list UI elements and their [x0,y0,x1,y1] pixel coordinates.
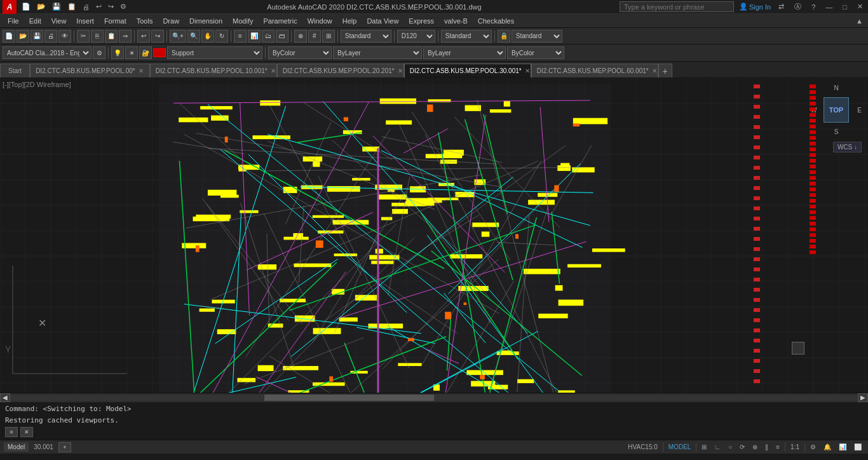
hscroll-thumb[interactable] [264,395,434,401]
plot-tool[interactable]: 🖨 [44,30,57,43]
command-clear-btn[interactable]: ✕ [20,427,33,437]
close-button[interactable]: ✕ [855,3,865,11]
add-tab-button[interactable]: + [658,64,672,78]
menu-help[interactable]: Help [337,14,362,28]
zoom-all-tool[interactable]: 🔍 [187,30,200,43]
plotpreview-tool[interactable]: 👁 [58,30,71,43]
command-expand-btn[interactable]: ≡ [5,427,18,437]
sheet-number[interactable]: 30.001 [31,441,56,454]
style-select[interactable]: Standard [341,30,391,43]
sun-btn[interactable]: ☀ [125,46,138,59]
drawing-canvas[interactable] [0,78,868,393]
tab-0[interactable]: DI2.CTC.ASB.KUS.MEP.POOL.00* ✕ [30,64,150,78]
tab-2-close[interactable]: ✕ [397,67,403,74]
model-btn[interactable]: MODEL [666,441,694,454]
cube-top[interactable]: TOP [824,97,849,123]
linetype-combo[interactable]: ByLayer [333,46,422,59]
menu-parametric[interactable]: Parametric [258,14,302,28]
layer-combo[interactable]: Support [167,46,262,59]
canvas-area[interactable]: [-][Top][2D Wireframe] N S E W TOP WCS ↓… [0,78,868,393]
layer-tool[interactable]: ≡ [234,30,247,43]
print-button[interactable]: 🖨 [80,3,92,11]
menu-file[interactable]: File [3,14,24,28]
menu-tools[interactable]: Tools [132,14,158,28]
ducs-btn[interactable]: ≡ [773,441,782,454]
cut-tool[interactable]: ✂ [77,30,90,43]
help-icon[interactable]: ? [809,3,818,11]
lineweight-combo[interactable]: ByLayer [423,46,506,59]
menu-express[interactable]: Express [403,14,439,28]
search-input[interactable] [620,1,734,12]
settings-btn[interactable]: ⚙ [808,441,818,454]
ortho-btn[interactable]: ○ [726,441,735,454]
dim-style-select[interactable]: D120 [397,30,435,43]
tab-3-close[interactable]: ✕ [524,67,531,74]
copy-tool[interactable]: ⎘ [91,30,104,43]
sign-in-button[interactable]: 👤 Sign In [739,3,771,11]
zoom-level[interactable]: 1:1 [788,441,802,454]
workspace-settings-btn[interactable]: ⚙ [93,46,105,59]
workspace-button[interactable]: ⚙ [118,3,129,11]
save-button[interactable]: 💾 [50,3,64,11]
props-tool[interactable]: 📊 [248,30,261,43]
restore-button[interactable]: □ [840,3,850,11]
menu-draw[interactable]: Draw [158,14,184,28]
tab-4[interactable]: DI2.CTC.ASB.KUS.MEP.POOL.60.001* ✕ [531,64,658,78]
menu-checkables[interactable]: Checkables [473,14,519,28]
hscroll-track[interactable] [10,395,858,401]
hvac-status[interactable]: HVAC15:0 [625,441,660,454]
hscroll-left[interactable]: ◀ [0,393,10,402]
zoom-win-tool[interactable]: 🔍+ [170,30,186,43]
hscroll[interactable]: ◀ ▶ [0,393,868,402]
otrack-btn[interactable]: ∥ [763,441,771,454]
matchprop-tool[interactable]: ⇒ [119,30,132,43]
menu-dimension[interactable]: Dimension [184,14,227,28]
tab-1[interactable]: DI2.CTC.ASB.KUS.MEP.POOL.10.001* ✕ [150,64,277,78]
new-button[interactable]: 📄 [19,3,33,11]
workspace-btn[interactable]: 📊 [836,441,849,454]
grid-tool[interactable]: # [308,30,321,43]
model-tab[interactable]: Model [4,442,29,452]
command-input[interactable] [36,428,863,436]
redo-tool[interactable]: ↪ [151,30,164,43]
menu-valveb[interactable]: valve-B [439,14,473,28]
viewcube[interactable]: N S E W TOP [811,85,862,135]
menu-insert[interactable]: Insert [71,14,99,28]
tab-1-close[interactable]: ✕ [270,67,276,74]
lock-layer-btn[interactable]: 🔐 [139,46,152,59]
color-combo[interactable]: ByColor [268,46,332,59]
menu-edit[interactable]: Edit [24,14,46,28]
menu-view[interactable]: View [46,14,72,28]
open-button[interactable]: 📂 [34,3,48,11]
designcenter-tool[interactable]: 🗂 [262,30,275,43]
wcs-label[interactable]: WCS ↓ [833,142,862,152]
tab-0-close[interactable]: ✕ [138,67,144,74]
snap-btn[interactable]: ∟ [712,441,723,454]
ribbon-minimize-button[interactable]: ▲ [853,17,865,25]
menu-format[interactable]: Format [99,14,132,28]
toolpalettes-tool[interactable]: 🗃 [276,30,288,43]
new-tool[interactable]: 📄 [3,30,15,43]
hscroll-right[interactable]: ▶ [858,393,868,402]
lights-btn[interactable]: 💡 [111,46,124,59]
osnap-tool[interactable]: ⊕ [294,30,307,43]
save-tool[interactable]: 💾 [31,30,43,43]
open-tool[interactable]: 📂 [17,30,29,43]
exchange-icon[interactable]: ⇄ [776,3,787,11]
lock-tool[interactable]: 🔒 [498,30,510,43]
autodesk-icon[interactable]: Ⓐ [792,2,804,11]
pan-tool[interactable]: ✋ [201,30,214,43]
paste-tool[interactable]: 📋 [105,30,118,43]
multileader-select[interactable]: Standard [512,30,562,43]
grid-display-btn[interactable]: ⊞ [699,441,709,454]
add-layout-btn[interactable]: + [58,442,71,452]
saveas-button[interactable]: 📋 [65,3,79,11]
snap-tool[interactable]: ⊞ [322,30,335,43]
polar-btn[interactable]: ⟳ [737,441,747,454]
menu-dataview[interactable]: Data View [362,14,403,28]
minimize-button[interactable]: — [823,3,835,11]
menu-modify[interactable]: Modify [227,14,258,28]
undo-button[interactable]: ↩ [93,3,104,11]
notifications-btn[interactable]: 🔔 [821,441,834,454]
redo-button[interactable]: ↪ [105,3,116,11]
